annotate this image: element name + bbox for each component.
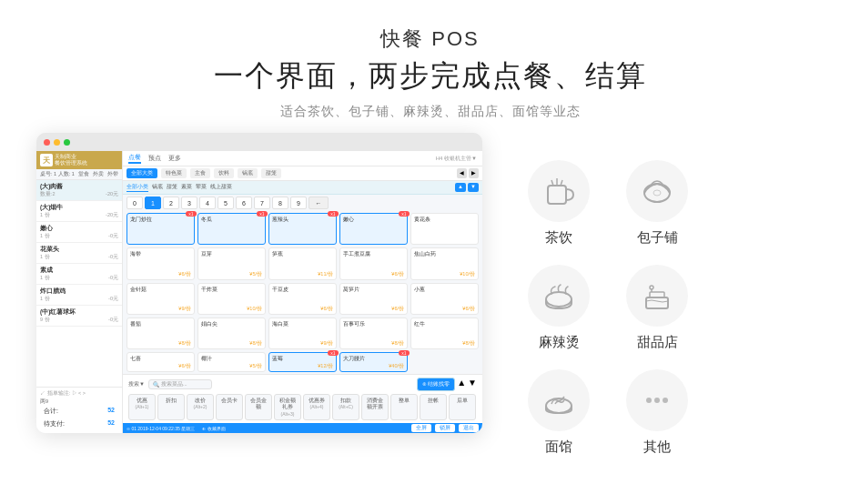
- cat-tab-sweet[interactable]: 甜笼: [261, 168, 281, 178]
- nav-item-order[interactable]: 点餐: [128, 153, 141, 164]
- product-card[interactable]: x1 嫩心: [339, 213, 408, 245]
- list-item: 花菜头 1 份-0元: [36, 243, 122, 264]
- product-card[interactable]: 干炸菜 ¥10/份: [197, 283, 266, 315]
- product-card[interactable]: 小葱 ¥6/份: [410, 283, 479, 315]
- backspace-btn[interactable]: ←: [309, 197, 329, 209]
- list-item: 素成 1 份-0元: [36, 264, 122, 285]
- num-9[interactable]: 9: [290, 197, 307, 209]
- bottom-row2: 优惠(Alt+1) 折扣 改价(Alt+2) 会员卡 会员金额 积金额礼券(Al…: [128, 394, 477, 420]
- cat-tab-all[interactable]: 全部大类: [126, 168, 157, 178]
- nav-item-more[interactable]: 更多: [168, 154, 181, 163]
- num-7[interactable]: 7: [254, 197, 270, 209]
- number-row: 0 1 2 3 4 5 6 7 8 9 ←: [123, 195, 482, 211]
- dot-red: [44, 139, 50, 146]
- shortcut-pending[interactable]: 挂帐: [420, 394, 447, 420]
- statusbar-btn-exit[interactable]: 退出: [459, 424, 479, 432]
- product-card[interactable]: x1 冬瓜: [197, 213, 266, 245]
- shortcut-price[interactable]: 改价(Alt+2): [187, 394, 214, 420]
- icon-item-cake[interactable]: 甜品店: [626, 265, 688, 351]
- product-card[interactable]: x1 大刀腰片 ¥40/份: [339, 352, 408, 372]
- shortcut-discount[interactable]: 优惠(Alt+1): [128, 394, 156, 420]
- tea-label: 茶饮: [545, 229, 572, 247]
- shortcut-member[interactable]: 会员卡: [216, 394, 243, 420]
- product-card[interactable]: 金针菇 ¥9/份: [126, 283, 195, 315]
- num-2[interactable]: 2: [163, 197, 179, 209]
- svg-point-4: [644, 184, 670, 202]
- statusbar-btn-fullscreen[interactable]: 全屏: [411, 424, 431, 432]
- num-3[interactable]: 3: [181, 197, 197, 209]
- pos-sidebar: 天 天制商业餐饮管理系统 桌号: 1 人数: 1 堂食 外卖 外带 (大)肉酱 …: [36, 151, 123, 433]
- icon-item-tea[interactable]: 茶饮: [528, 160, 590, 247]
- shortcut-whole[interactable]: 整单: [390, 394, 418, 420]
- collapse-icon[interactable]: ▼: [468, 378, 477, 391]
- statusbar-btn-lock[interactable]: 锁屏: [435, 424, 455, 432]
- product-card[interactable]: 海白菜 ¥9/份: [268, 318, 337, 349]
- num-5[interactable]: 5: [218, 197, 234, 209]
- num-1[interactable]: 1: [145, 197, 161, 209]
- product-card[interactable]: 干豆皮 ¥6/份: [268, 283, 337, 315]
- icon-item-hotpot[interactable]: 麻辣烫: [528, 265, 590, 351]
- product-card[interactable]: x1 蓝莓 ¥12/份: [268, 352, 337, 372]
- search-placeholder: 搜索菜品...: [161, 381, 187, 388]
- product-card[interactable]: 莴笋片 ¥6/份: [339, 283, 408, 315]
- product-card[interactable]: 七喜 ¥6/份: [126, 352, 195, 372]
- product-card[interactable]: 百事可乐 ¥8/份: [339, 318, 408, 349]
- icon-item-noodle[interactable]: 面馆: [528, 369, 590, 456]
- search-box[interactable]: 🔍 搜索菜品...: [148, 379, 212, 389]
- product-card[interactable]: 焦山白药 ¥10/份: [410, 247, 479, 279]
- sub-tab-sweet[interactable]: 甜笼: [167, 183, 177, 192]
- cat-tab-drink[interactable]: 饮料: [214, 168, 234, 178]
- category-tabs: 全部大类 特色菜 主食 饮料 锅底 甜笼 ◀ ▶: [123, 166, 482, 181]
- checkout-btn[interactable]: ⊕ 结账找零: [417, 378, 456, 391]
- expand-icon[interactable]: ▲: [457, 378, 466, 391]
- list-item: (大)烟牛 1 份-20元: [36, 201, 122, 222]
- product-card[interactable]: 手工煮豆腐 ¥6/份: [339, 247, 408, 279]
- shortcut-member-amt[interactable]: 会员金额: [245, 394, 272, 420]
- product-card[interactable]: 豆芽 ¥5/份: [197, 247, 266, 279]
- shortcut-coupon-code[interactable]: 积金额礼券(Alt+3): [274, 394, 301, 420]
- num-8[interactable]: 8: [272, 197, 288, 209]
- pos-mockup: 天 天制商业餐饮管理系统 桌号: 1 人数: 1 堂食 外卖 外带 (大)肉酱 …: [36, 133, 482, 433]
- statusbar-extra: ⊕ 收藏界面: [202, 426, 225, 431]
- shortcut-coupon[interactable]: 优惠券(Alt+4): [303, 394, 330, 420]
- product-card[interactable]: 笋蕉 ¥11/份: [268, 247, 337, 279]
- icons-row-2: 麻辣烫 甜品店: [528, 265, 833, 351]
- num-4[interactable]: 4: [199, 197, 216, 209]
- cake-icon: [626, 265, 688, 327]
- product-card[interactable]: x1 葱辣头: [268, 213, 337, 245]
- sub-tab-veg[interactable]: 素菜: [181, 183, 192, 192]
- sub-tab-meat[interactable]: 荤菜: [196, 183, 207, 192]
- num-6[interactable]: 6: [236, 197, 252, 209]
- shortcut-invoice[interactable]: 消费金额开票: [361, 394, 389, 420]
- title-small: 快餐 POS: [214, 25, 647, 53]
- nav-item-preorder[interactable]: 预点: [148, 154, 161, 163]
- product-badge: x1: [328, 211, 339, 217]
- sub-tab-hotpot[interactable]: 锅底: [152, 183, 163, 192]
- product-card[interactable]: 娟白尖 ¥8/份: [197, 318, 266, 349]
- cat-tab-staple[interactable]: 主食: [190, 168, 210, 178]
- shortcut-deduct[interactable]: 扣款(Alt+C): [332, 394, 359, 420]
- product-card[interactable]: 椰汁 ¥5/份: [197, 352, 266, 372]
- cat-tab-hotpot[interactable]: 锅底: [238, 168, 258, 178]
- product-card[interactable]: 海带 ¥6/份: [126, 247, 195, 279]
- sub-tab-all[interactable]: 全部小类: [126, 183, 148, 192]
- icon-item-other[interactable]: 其他: [626, 369, 688, 456]
- icons-row-1: 茶饮 包子铺: [528, 160, 833, 247]
- product-badge: x1: [257, 211, 268, 217]
- shortcut-later[interactable]: 后单: [449, 394, 476, 420]
- sub-tab-online[interactable]: 线上甜菜: [210, 183, 232, 192]
- svg-point-9: [650, 286, 653, 289]
- pos-main: 点餐 预点 更多 H4 收银机主管▼ 全部大类 特色菜 主食 饮料 锅底 甜笼 …: [123, 151, 482, 433]
- pos-bottom-toolbar: 搜索▼ 🔍 搜索菜品... ⊕ 结账找零 ▲ ▼ 优惠(Alt+1): [123, 374, 482, 423]
- tea-icon: [528, 160, 590, 222]
- svg-point-6: [546, 292, 572, 307]
- sidebar-items: (大)肉酱 数量:2-20元 (大)烟牛 1 份-20元 嫩心 1 份-0元 花…: [36, 180, 122, 387]
- num-0[interactable]: 0: [126, 197, 143, 209]
- product-card[interactable]: x1 龙门炒拉: [126, 213, 195, 245]
- icon-item-bun[interactable]: 包子铺: [626, 160, 688, 247]
- shortcut-rebate[interactable]: 折扣: [157, 394, 185, 420]
- product-card[interactable]: 黄花条: [410, 213, 479, 245]
- product-card[interactable]: 番茄 ¥8/份: [126, 318, 195, 349]
- product-card[interactable]: 红牛 ¥8/份: [410, 318, 479, 349]
- cat-tab-special[interactable]: 特色菜: [161, 168, 187, 178]
